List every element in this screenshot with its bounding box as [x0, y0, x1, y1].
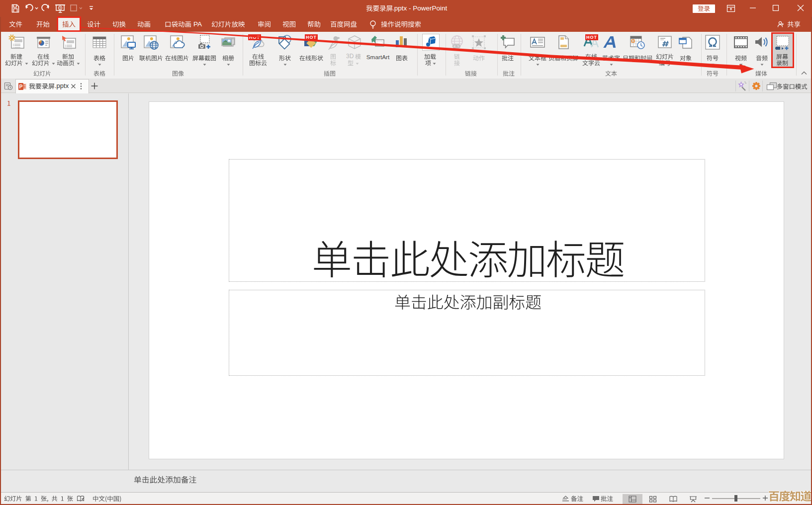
svg-text:P: P — [19, 84, 22, 89]
